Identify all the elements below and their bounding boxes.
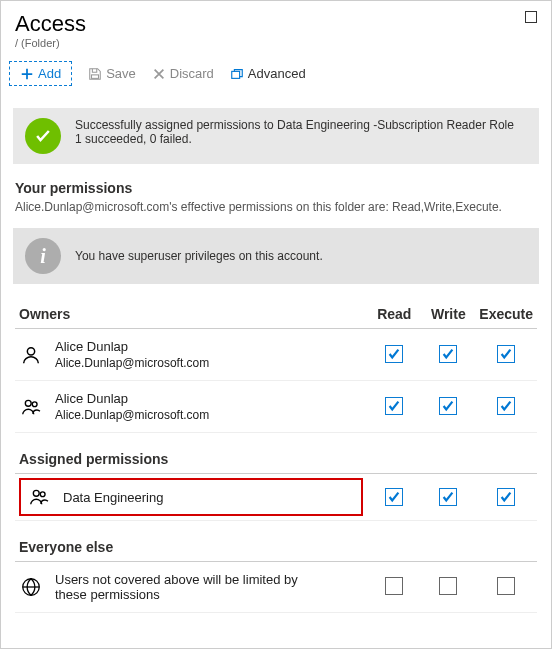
checkbox-read[interactable] bbox=[385, 345, 403, 363]
page-title: Access bbox=[15, 11, 537, 37]
svg-rect-0 bbox=[92, 74, 99, 78]
info-banner: i You have superuser privileges on this … bbox=[13, 228, 539, 284]
checkbox-write[interactable] bbox=[439, 577, 457, 595]
table-row: Alice Dunlap Alice.Dunlap@microsoft.com bbox=[15, 329, 537, 381]
col-execute: Execute bbox=[475, 300, 537, 329]
svg-rect-1 bbox=[232, 71, 240, 78]
discard-button[interactable]: Discard bbox=[152, 66, 214, 81]
everyone-else-header: Everyone else bbox=[15, 521, 537, 562]
owner-name: Alice Dunlap bbox=[55, 391, 209, 406]
svg-point-6 bbox=[40, 492, 45, 497]
checkbox-write[interactable] bbox=[439, 397, 457, 415]
checkbox-write[interactable] bbox=[439, 488, 457, 506]
success-line-1: Successfully assigned permissions to Dat… bbox=[75, 118, 514, 132]
assigned-permissions-header: Assigned permissions bbox=[15, 433, 537, 474]
permissions-table: Owners Read Write Execute Alice Dunlap A… bbox=[15, 300, 537, 613]
discard-label: Discard bbox=[170, 66, 214, 81]
assigned-name: Data Engineering bbox=[63, 490, 163, 505]
col-read: Read bbox=[367, 300, 421, 329]
checkbox-write[interactable] bbox=[439, 345, 457, 363]
svg-point-2 bbox=[27, 347, 34, 354]
svg-point-3 bbox=[25, 400, 31, 406]
add-button[interactable]: Add bbox=[9, 61, 72, 86]
col-owners: Owners bbox=[15, 300, 367, 329]
globe-icon bbox=[19, 576, 43, 598]
person-icon bbox=[19, 344, 43, 366]
checkbox-execute[interactable] bbox=[497, 345, 515, 363]
owner-email: Alice.Dunlap@microsoft.com bbox=[55, 356, 209, 370]
checkbox-read[interactable] bbox=[385, 488, 403, 506]
checkbox-execute[interactable] bbox=[497, 577, 515, 595]
owner-name: Alice Dunlap bbox=[55, 339, 209, 354]
your-permissions-title: Your permissions bbox=[1, 180, 551, 200]
success-line-2: 1 succeeded, 0 failed. bbox=[75, 132, 514, 146]
save-label: Save bbox=[106, 66, 136, 81]
save-button[interactable]: Save bbox=[88, 66, 136, 81]
table-row: Users not covered above will be limited … bbox=[15, 562, 537, 613]
maximize-icon[interactable] bbox=[525, 11, 537, 23]
plus-icon bbox=[20, 67, 34, 81]
advanced-icon bbox=[230, 67, 244, 81]
advanced-label: Advanced bbox=[248, 66, 306, 81]
checkbox-execute[interactable] bbox=[497, 488, 515, 506]
group-icon bbox=[27, 486, 51, 508]
info-icon: i bbox=[25, 238, 61, 274]
everyone-desc: Users not covered above will be limited … bbox=[55, 572, 325, 602]
success-banner: Successfully assigned permissions to Dat… bbox=[13, 108, 539, 164]
checkbox-read[interactable] bbox=[385, 397, 403, 415]
checkbox-execute[interactable] bbox=[497, 397, 515, 415]
table-row: Alice Dunlap Alice.Dunlap@microsoft.com bbox=[15, 381, 537, 433]
svg-point-4 bbox=[32, 401, 37, 406]
group-icon bbox=[19, 396, 43, 418]
success-icon bbox=[25, 118, 61, 154]
your-permissions-subtitle: Alice.Dunlap@microsoft.com's effective p… bbox=[1, 200, 551, 224]
add-label: Add bbox=[38, 66, 61, 81]
table-row: Data Engineering bbox=[15, 474, 537, 521]
discard-icon bbox=[152, 67, 166, 81]
svg-point-5 bbox=[33, 490, 39, 496]
col-write: Write bbox=[421, 300, 475, 329]
checkbox-read[interactable] bbox=[385, 577, 403, 595]
highlighted-row: Data Engineering bbox=[19, 478, 363, 516]
save-icon bbox=[88, 67, 102, 81]
info-text: You have superuser privileges on this ac… bbox=[75, 249, 323, 263]
advanced-button[interactable]: Advanced bbox=[230, 66, 306, 81]
breadcrumb: / (Folder) bbox=[15, 37, 537, 49]
owner-email: Alice.Dunlap@microsoft.com bbox=[55, 408, 209, 422]
toolbar: Add Save Discard Advanced bbox=[1, 53, 551, 96]
